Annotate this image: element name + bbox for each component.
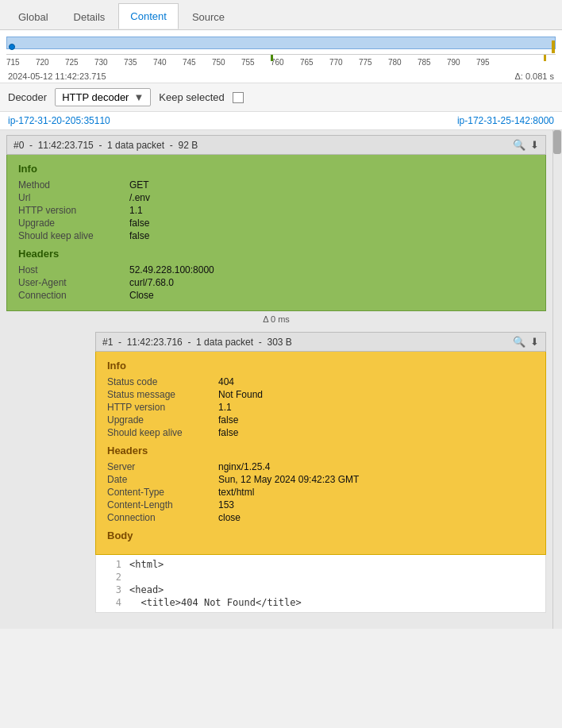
timeline-circle (9, 44, 15, 50)
download-icon-1[interactable]: ⬇ (530, 336, 539, 348)
field-user-agent: User-Agent curl/7.68.0 (18, 277, 534, 288)
packet-1: #1 - 11:42:23.716 - 1 data packet - 303 … (95, 332, 546, 613)
field-connection-1-key: Connection (107, 512, 218, 523)
code-content-1: <html> (129, 559, 164, 570)
field-date: Date Sun, 12 May 2024 09:42:23 GMT (107, 474, 534, 485)
field-content-length-val: 153 (218, 499, 234, 510)
field-upgrade-1-val: false (218, 414, 238, 426)
field-host: Host 52.49.228.100:8000 (18, 264, 534, 275)
packet-1-icons: 🔍 ⬇ (513, 336, 539, 348)
field-server-val: nginx/1.25.4 (218, 461, 270, 472)
ruler-label-4: 735 (124, 58, 137, 67)
packet-0-body: Info Method GET Url /.env HTTP version 1… (6, 155, 546, 311)
code-line-3: 3 <head> (96, 584, 545, 596)
code-line-4: 4 <title>404 Not Found</title> (96, 596, 545, 609)
ruler-label-3: 730 (94, 58, 108, 67)
ip-header: ip-172-31-20-205:35110 ip-172-31-25-142:… (0, 112, 562, 130)
field-status-code-key: Status code (107, 376, 218, 387)
field-content-type-key: Content-Type (107, 487, 218, 498)
field-user-agent-key: User-Agent (18, 277, 129, 288)
timeline-right-mark (552, 40, 555, 53)
field-connection-1-val: close (218, 512, 241, 523)
field-host-val: 52.49.228.100:8000 (129, 264, 214, 275)
field-status-code-val: 404 (218, 376, 234, 387)
ip-left: ip-172-31-20-205:35110 (8, 115, 110, 126)
ruler-label-0: 715 (6, 58, 20, 67)
packet-0-header: #0 - 11:42:23.715 - 1 data packet - 92 B… (6, 135, 546, 155)
search-icon[interactable]: 🔍 (513, 139, 525, 151)
ruler-yellow-mark (544, 55, 546, 61)
search-icon-1[interactable]: 🔍 (513, 336, 525, 348)
field-http-version-1-key: HTTP version (107, 402, 218, 413)
code-line-1: 1 <html> (96, 558, 545, 571)
field-content-length: Content-Length 153 (107, 499, 534, 510)
field-upgrade-1: Upgrade false (107, 414, 534, 426)
decoder-bar: Decoder HTTP decoder ▼ Keep selected (0, 83, 562, 112)
field-upgrade-1-key: Upgrade (107, 414, 218, 426)
packet-1-header: #1 - 11:42:23.716 - 1 data packet - 303 … (95, 332, 546, 352)
field-keep-alive-val: false (129, 230, 149, 241)
ruler-label-8: 755 (241, 58, 255, 67)
ruler-ticks: 715 720 725 730 735 740 745 750 755 760 … (6, 55, 556, 71)
code-num-1: 1 (102, 559, 121, 570)
field-status-code: Status code 404 (107, 376, 534, 387)
packet-1-title: #1 - 11:42:23.716 - 1 data packet - 303 … (102, 337, 292, 348)
timeline-bg (6, 37, 556, 49)
packet-1-info-title: Info (107, 360, 534, 372)
tabs-bar: Global Details Content Source (0, 0, 562, 30)
timestamp-left: 2024-05-12 11:42:23.715 (8, 71, 106, 81)
tab-source[interactable]: Source (180, 4, 237, 29)
field-keep-alive: Should keep alive false (18, 230, 534, 241)
field-upgrade-key: Upgrade (18, 218, 129, 229)
field-connection-val: Close (129, 290, 154, 301)
field-status-message: Status message Not Found (107, 389, 534, 400)
ruler-green-mark (271, 55, 273, 61)
code-content-3: <head> (129, 584, 164, 595)
field-method: Method GET (18, 179, 534, 191)
code-num-2: 2 (102, 572, 121, 583)
ip-right: ip-172-31-25-142:8000 (457, 115, 554, 126)
field-keep-alive-1: Should keep alive false (107, 427, 534, 438)
ruler-label-13: 780 (388, 58, 402, 67)
ruler-label-12: 775 (359, 58, 372, 67)
code-num-4: 4 (102, 597, 121, 608)
field-upgrade-val: false (129, 218, 149, 229)
main-content: #0 - 11:42:23.715 - 1 data packet - 92 B… (0, 130, 562, 629)
ruler-label-14: 785 (418, 58, 431, 67)
field-keep-alive-1-val: false (218, 427, 238, 438)
decoder-value: HTTP decoder (62, 91, 129, 103)
timeline-timestamps: 2024-05-12 11:42:23.715 Δ: 0.081 s (6, 71, 556, 81)
ruler-label-6: 745 (183, 58, 196, 67)
field-status-message-key: Status message (107, 389, 218, 400)
field-http-version-val: 1.1 (129, 205, 143, 216)
scrollbar-thumb[interactable] (553, 130, 561, 154)
field-date-key: Date (107, 474, 218, 485)
field-content-type-val: text/html (218, 487, 254, 498)
download-icon[interactable]: ⬇ (530, 139, 539, 151)
keep-selected-checkbox[interactable] (233, 92, 244, 103)
packet-1-code: 1 <html> 2 3 <head> 4 <title>404 Not Fou… (95, 555, 546, 613)
packet-1-body-title: Body (107, 530, 534, 541)
ruler-label-1: 720 (36, 58, 49, 67)
decoder-label: Decoder (8, 91, 47, 103)
field-url-key: Url (18, 192, 129, 203)
field-keep-alive-key: Should keep alive (18, 230, 129, 241)
tab-global[interactable]: Global (6, 4, 60, 29)
field-connection-1: Connection close (107, 512, 534, 523)
field-status-message-val: Not Found (218, 389, 263, 400)
tab-details[interactable]: Details (62, 4, 117, 29)
field-http-version-1-val: 1.1 (218, 402, 232, 413)
timestamp-right: Δ: 0.081 s (514, 71, 554, 81)
field-method-key: Method (18, 179, 129, 191)
ruler-label-2: 725 (65, 58, 79, 67)
packet-1-body: Info Status code 404 Status message Not … (95, 352, 546, 555)
scrollbar-track[interactable] (552, 130, 562, 629)
field-content-length-key: Content-Length (107, 499, 218, 510)
decoder-select[interactable]: HTTP decoder ▼ (55, 88, 151, 106)
field-method-val: GET (129, 179, 149, 191)
code-num-3: 3 (102, 584, 121, 595)
packet-0: #0 - 11:42:23.715 - 1 data packet - 92 B… (6, 135, 546, 311)
keep-selected-label: Keep selected (159, 91, 224, 103)
tab-content[interactable]: Content (118, 3, 179, 29)
field-url: Url /.env (18, 192, 534, 203)
